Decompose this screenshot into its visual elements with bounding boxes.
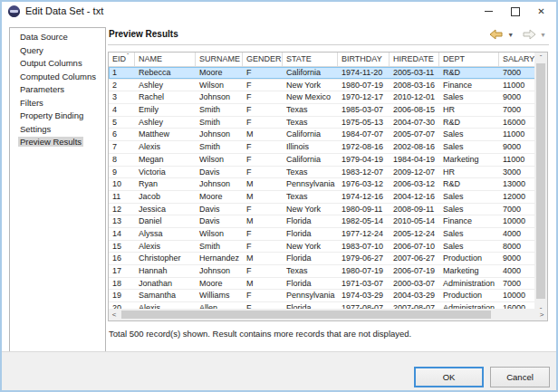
table-cell: Hernandez bbox=[196, 253, 243, 264]
table-cell: F bbox=[243, 104, 283, 116]
table-cell: 11000 bbox=[499, 129, 536, 140]
table-row[interactable]: 1RebeccaMooreFCalifornia1974-11-202005-0… bbox=[109, 67, 547, 80]
table-cell: R&D bbox=[439, 67, 499, 79]
column-header-surname[interactable]: SURNAME bbox=[196, 53, 243, 66]
table-row[interactable]: 17HannahJohnsonFTexas1980-07-192006-07-1… bbox=[109, 265, 547, 278]
table-cell: F bbox=[243, 265, 283, 277]
forward-dropdown-button[interactable]: ▼ bbox=[539, 32, 547, 38]
table-row[interactable]: 7AlexisSmithFIllinois1972-08-162002-08-1… bbox=[109, 141, 547, 154]
table-row[interactable]: 9VictoriaDavisFTexas1983-12-072009-12-07… bbox=[109, 167, 547, 179]
table-row[interactable]: 16ChristopherHernandezMFlorida1979-06-27… bbox=[109, 253, 547, 265]
sidebar-item-output-columns[interactable]: Output Columns bbox=[10, 57, 105, 71]
table-row[interactable]: 11JacobMooreMTexas1974-12-162004-12-16Sa… bbox=[109, 191, 547, 204]
horizontal-scrollbar-thumb[interactable] bbox=[121, 311, 491, 319]
minimize-button[interactable] bbox=[476, 2, 502, 21]
sidebar-item-label: Data Source bbox=[18, 32, 70, 42]
table-row[interactable]: 6MatthewJohnsonMCalifornia1984-07-072005… bbox=[109, 129, 547, 141]
sidebar-item-data-source[interactable]: Data Source bbox=[10, 31, 105, 44]
table-cell: 11000 bbox=[499, 154, 536, 166]
table-cell: Christopher bbox=[135, 253, 196, 264]
table-cell: F bbox=[243, 167, 283, 178]
table-cell: Rebecca bbox=[135, 67, 196, 79]
table-cell: California bbox=[283, 129, 338, 140]
table-row[interactable]: 10RyanJohnsonMPennsylvania1976-03-122006… bbox=[109, 178, 547, 191]
table-cell: New York bbox=[283, 204, 338, 215]
table-cell: 19 bbox=[109, 290, 135, 301]
table-row[interactable]: 8MeganWilsonFCalifornia1979-04-191984-04… bbox=[109, 154, 547, 167]
sidebar-item-computed-columns[interactable]: Computed Columns bbox=[10, 71, 105, 84]
sidebar-item-settings[interactable]: Settings bbox=[10, 123, 105, 137]
table-cell: 10000 bbox=[499, 290, 536, 301]
vertical-scrollbar-thumb[interactable] bbox=[536, 63, 545, 299]
table-cell: Matthew bbox=[135, 129, 196, 140]
table-cell: Samantha bbox=[135, 290, 196, 301]
table-row[interactable]: 18JonathanMooreMFlorida1971-03-072000-03… bbox=[109, 278, 547, 291]
title-bar: Edit Data Set - txt ✕ bbox=[2, 2, 556, 22]
table-row[interactable]: 2AshleyWilsonFNew York1980-07-192008-03-… bbox=[109, 80, 547, 92]
table-row[interactable]: 12JessicaDavisFNew York1980-09-112008-09… bbox=[109, 204, 547, 216]
column-header-eid[interactable]: EIDˆ bbox=[109, 53, 135, 66]
ok-button[interactable]: OK bbox=[414, 367, 484, 387]
close-button[interactable]: ✕ bbox=[528, 2, 554, 21]
column-header-gender[interactable]: GENDER bbox=[243, 53, 283, 66]
table-cell: 6 bbox=[109, 129, 135, 140]
table-cell: 15 bbox=[109, 241, 135, 253]
table-cell: F bbox=[243, 91, 283, 103]
table-cell: Marketing bbox=[439, 154, 499, 166]
column-header-hiredate[interactable]: HIREDATE bbox=[390, 53, 439, 66]
table-cell: M bbox=[243, 178, 283, 190]
table-cell: M bbox=[243, 191, 283, 203]
table-cell: Florida bbox=[283, 215, 338, 227]
sidebar-item-query[interactable]: Query bbox=[10, 44, 105, 58]
table-cell: 1977-12-24 bbox=[338, 228, 390, 240]
window-controls: ✕ bbox=[476, 2, 554, 21]
sidebar-item-filters[interactable]: Filters bbox=[10, 97, 105, 110]
maximize-icon bbox=[511, 7, 520, 16]
back-button[interactable] bbox=[489, 29, 504, 40]
edit-data-set-dialog: Edit Data Set - txt ✕ Data SourceQueryOu… bbox=[0, 0, 558, 392]
table-cell: 1980-09-11 bbox=[338, 204, 390, 215]
table-cell: 10000 bbox=[499, 215, 536, 227]
cancel-button[interactable]: Cancel bbox=[490, 367, 550, 387]
horizontal-scrollbar[interactable]: < > bbox=[109, 309, 547, 320]
table-header-row: EIDˆNAMESURNAMEGENDERSTATEBIRTHDAYHIREDA… bbox=[109, 53, 547, 67]
sidebar-item-property-binding[interactable]: Property Binding bbox=[10, 110, 105, 123]
table-cell: Sales bbox=[439, 141, 499, 153]
table-cell: F bbox=[243, 141, 283, 153]
column-header-name[interactable]: NAME bbox=[135, 53, 196, 66]
button-bar: OK Cancel bbox=[2, 352, 556, 390]
forward-button[interactable] bbox=[522, 29, 536, 40]
table-row[interactable]: 19SamanthaWilliamsFPennsylvania1974-03-2… bbox=[109, 290, 547, 302]
table-cell: 1979-06-27 bbox=[338, 253, 390, 264]
column-header-salary[interactable]: SALARY bbox=[499, 53, 536, 66]
maximize-button[interactable] bbox=[502, 2, 528, 21]
vertical-scrollbar[interactable]: ˆ ˬ bbox=[534, 53, 547, 310]
table-row[interactable]: 14AlyssaWilsonFFlorida1977-12-242005-12-… bbox=[109, 228, 547, 241]
table-row[interactable]: 13DanielDavisMFlorida1982-05-142010-05-1… bbox=[109, 215, 547, 228]
back-dropdown-button[interactable]: ▼ bbox=[506, 32, 515, 38]
table-row[interactable]: 4EmilySmithFTexas1985-03-072006-08-15HR7… bbox=[109, 104, 547, 117]
table-row[interactable]: 5AshleySmithFTexas1975-05-132004-07-30R&… bbox=[109, 117, 547, 129]
column-header-birthday[interactable]: BIRTHDAY bbox=[338, 53, 390, 66]
table-cell: Hannah bbox=[135, 265, 196, 277]
table-cell: 1974-03-29 bbox=[338, 290, 390, 301]
scroll-right-icon[interactable]: > bbox=[536, 311, 547, 319]
table-cell: Alexis bbox=[135, 241, 196, 253]
table-cell: Wilson bbox=[196, 228, 243, 240]
table-cell: 13 bbox=[109, 215, 135, 227]
sidebar-item-preview-results[interactable]: Preview Results bbox=[10, 136, 105, 149]
column-header-dept[interactable]: DEPT bbox=[439, 53, 499, 66]
table-cell: California bbox=[283, 154, 338, 166]
sidebar-item-label: Output Columns bbox=[18, 58, 84, 68]
table-cell: Wilson bbox=[196, 80, 243, 91]
sidebar-item-parameters[interactable]: Parameters bbox=[10, 83, 105, 97]
table-cell: Johnson bbox=[196, 265, 243, 277]
table-row[interactable]: 3RachelJohnsonFNew Mexico1970-12-172010-… bbox=[109, 91, 547, 104]
scroll-left-icon[interactable]: < bbox=[109, 311, 120, 319]
table-row[interactable]: 15AlexisSmithFNew York1983-07-102006-07-… bbox=[109, 241, 547, 253]
table-cell: 4000 bbox=[499, 228, 536, 240]
scroll-up-icon[interactable]: ˆ bbox=[540, 53, 543, 62]
table-body: 1RebeccaMooreFCalifornia1974-11-202005-0… bbox=[109, 67, 547, 315]
column-header-state[interactable]: STATE bbox=[283, 53, 338, 66]
table-cell: M bbox=[243, 253, 283, 264]
